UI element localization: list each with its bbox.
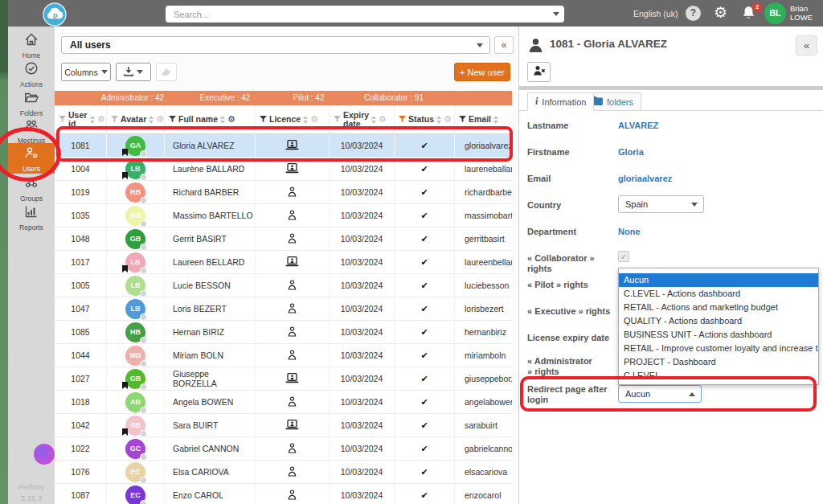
table-row[interactable]: 1044MBMiriam BOLN10/03/2024✔miriamboln [55, 344, 512, 367]
dropdown-option[interactable]: C.LEVEL [619, 369, 818, 383]
full-name-cell[interactable]: Sara BUIRT [165, 414, 256, 436]
sort-icon[interactable] [220, 116, 225, 124]
email-cell[interactable]: angelabowen [455, 391, 512, 413]
table-row[interactable]: 1042SBSara BUIRT10/03/2024✔sarabuirt [55, 414, 512, 437]
email-cell[interactable]: gerritbasirt [455, 227, 512, 250]
columns-button[interactable]: Columns [61, 63, 111, 81]
full-name-cell[interactable]: Elsa CARIOVA [165, 461, 256, 483]
sort-icon[interactable] [371, 116, 376, 124]
new-user-button[interactable]: + New user [454, 63, 510, 81]
sidebar-item-meetings[interactable]: Meetings [8, 117, 55, 145]
dropdown-option[interactable]: QUALITY - Actions dashboard [619, 314, 818, 328]
avatar[interactable]: GB [125, 369, 145, 389]
sidebar-item-users[interactable]: Users [8, 143, 55, 174]
column-gear-icon[interactable]: ⚙ [227, 115, 235, 124]
email-cell[interactable]: laureenbellard [455, 251, 512, 273]
view-selector-dropdown[interactable]: All users [61, 36, 490, 54]
table-row[interactable]: 1048GBGerrit BASIRT10/03/2024✔gerritbasi… [55, 227, 512, 251]
table-row[interactable]: 1087ECEnzo CAROL10/03/2024✔enzocarol [55, 484, 512, 504]
full-name-cell[interactable]: Gloria ALVAREZ [165, 134, 256, 157]
table-row[interactable]: 1085HBHernan BIRIZ10/03/2024✔hernanbiriz [55, 321, 512, 344]
email-cell[interactable]: richardbarber [455, 181, 512, 203]
column-header-user-id[interactable]: User id ⚙ [55, 105, 107, 133]
user-avatar[interactable]: BL [764, 2, 786, 24]
dropdown-option[interactable]: RETAIL - Actions and marketing budget [619, 301, 818, 314]
sidebar-item-home[interactable]: Home [8, 31, 55, 59]
field-value-email[interactable]: gloriaalvarez [618, 174, 672, 183]
dropdown-option[interactable]: BUSINESS UNIT - Actions dashboard [619, 328, 818, 342]
avatar[interactable]: GC [125, 439, 145, 459]
email-cell[interactable]: luciebesson [455, 274, 512, 297]
table-row[interactable]: 1027GBGiuseppe BORZELLA10/03/2024✔giusep… [55, 367, 512, 391]
field-value-firstname[interactable]: Gloria [618, 147, 644, 157]
email-cell[interactable]: gabrielcannon [455, 437, 512, 460]
sidebar-item-groups[interactable]: Groups [8, 174, 55, 203]
column-gear-icon[interactable]: ⚙ [156, 115, 164, 124]
table-row[interactable]: 1004LBLaurène BALLARD10/03/2024✔laureneb… [55, 158, 512, 181]
email-cell[interactable]: lorisbezert [455, 297, 512, 320]
redirect-page-select[interactable]: Aucun [618, 385, 702, 403]
avatar[interactable]: SB [125, 416, 145, 436]
panel-scrollbar[interactable] [519, 86, 823, 90]
clear-filters-button[interactable] [156, 63, 177, 81]
table-row[interactable]: 1035MBMassimo BARTELLO10/03/2024✔massimo… [55, 204, 512, 227]
filter-icon[interactable] [459, 116, 466, 123]
column-header-email[interactable]: Email [455, 105, 512, 133]
assistant-widget-badge[interactable] [34, 444, 55, 465]
table-row[interactable]: 1017LBLaureen BELLARD10/03/2024✔laureenb… [55, 251, 512, 274]
filter-icon[interactable] [59, 116, 66, 123]
sidebar-item-actions[interactable]: Actions [8, 60, 55, 88]
full-name-cell[interactable]: Hernan BIRIZ [165, 321, 256, 343]
remove-user-button[interactable] [527, 62, 551, 82]
avatar[interactable]: GA [125, 136, 145, 156]
table-row[interactable]: 1019RBRichard BARBER10/03/2024✔richardba… [55, 181, 512, 204]
full-name-cell[interactable]: Loris BEZERT [165, 297, 256, 320]
table-row[interactable]: 1005LBLucie BESSON10/03/2024✔luciebesson [55, 274, 512, 297]
collapse-panel-button[interactable]: « [796, 35, 817, 55]
full-name-cell[interactable]: Massimo BARTELLO [165, 204, 256, 227]
avatar[interactable]: HB [125, 322, 145, 342]
column-header-avatar[interactable]: Avatar ⚙ [107, 105, 165, 133]
avatar[interactable]: LB [125, 299, 145, 319]
collaborator-rights-checkbox[interactable]: ✓ [618, 251, 629, 262]
email-cell[interactable]: hernanbiriz [455, 321, 512, 343]
sort-icon[interactable] [149, 116, 154, 124]
filter-icon[interactable] [169, 116, 176, 123]
column-gear-icon[interactable]: ⚙ [444, 115, 452, 124]
dropdown-option[interactable]: RETAIL - Improve customer loyalty and in… [619, 342, 818, 355]
avatar[interactable]: RB [125, 182, 145, 203]
avatar[interactable]: EC [125, 462, 145, 482]
sort-icon[interactable] [90, 116, 95, 124]
column-gear-icon[interactable]: ⚙ [310, 115, 318, 124]
language-selector[interactable]: English (uk) [633, 9, 678, 18]
country-select[interactable]: Spain [618, 195, 704, 213]
tab-information[interactable]: i Information [527, 92, 594, 111]
sidebar-item-reports[interactable]: Reports [8, 203, 55, 232]
perfony-logo-icon[interactable]: p [43, 2, 67, 27]
email-cell[interactable]: laureneballard [455, 158, 512, 180]
avatar[interactable]: GB [125, 229, 145, 249]
table-row[interactable]: 1018ABAngela BOWEN10/03/2024✔angelabowen [55, 391, 512, 414]
avatar[interactable]: EC [125, 486, 145, 504]
collapse-list-button[interactable]: « [494, 36, 514, 54]
column-gear-icon[interactable]: ⚙ [379, 115, 387, 124]
full-name-cell[interactable]: Laureen BELLARD [165, 251, 256, 273]
settings-gear-icon[interactable]: ⚙ [714, 3, 727, 23]
avatar[interactable]: MB [125, 206, 145, 226]
dropdown-option[interactable]: Aucun [619, 273, 818, 287]
email-cell[interactable]: giuseppeborzel [455, 367, 512, 390]
field-value-department[interactable]: None [618, 227, 641, 236]
export-button[interactable] [116, 63, 151, 81]
filter-icon[interactable] [111, 116, 118, 123]
search-dropdown-caret-icon[interactable] [553, 12, 559, 16]
email-cell[interactable]: elsacariova [455, 461, 512, 483]
avatar[interactable]: LB [125, 159, 145, 179]
full-name-cell[interactable]: Lucie BESSON [165, 274, 256, 297]
full-name-cell[interactable]: Miriam BOLN [165, 344, 256, 367]
filter-icon[interactable] [334, 116, 341, 123]
full-name-cell[interactable]: Gerrit BASIRT [165, 227, 256, 250]
avatar[interactable]: LB [125, 252, 145, 272]
full-name-cell[interactable]: Angela BOWEN [165, 391, 256, 413]
user-name[interactable]: Brian LOWE [790, 4, 813, 22]
help-icon[interactable]: ? [686, 6, 701, 21]
